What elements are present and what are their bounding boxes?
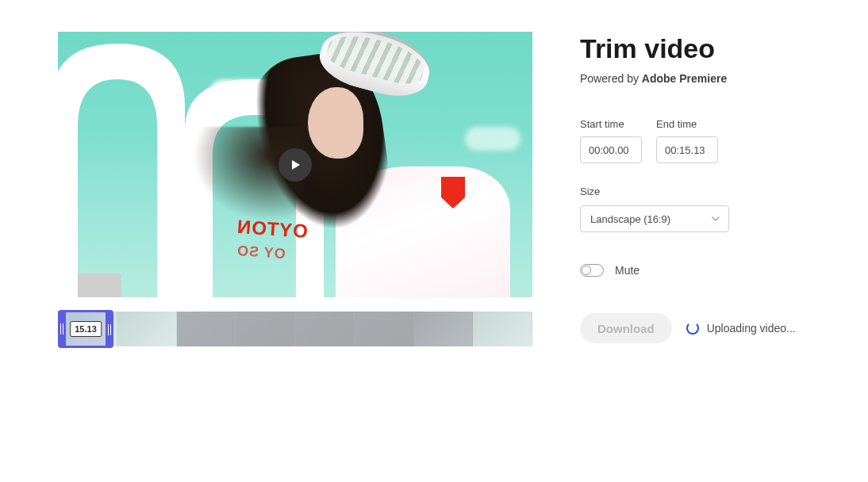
decoration bbox=[465, 127, 520, 151]
upload-status-text: Uploading video... bbox=[707, 322, 796, 335]
subtitle-brand: Adobe Premiere bbox=[642, 72, 727, 85]
trim-duration-badge: 15.13 bbox=[70, 321, 102, 337]
timeline-thumb bbox=[295, 312, 355, 346]
trim-handle-end[interactable] bbox=[106, 312, 113, 346]
jacket-graphic-subtext: OY SO bbox=[236, 243, 286, 262]
timeline-thumb bbox=[177, 312, 236, 346]
page-subtitle: Powered by Adobe Premiere bbox=[580, 72, 820, 85]
size-label: Size bbox=[580, 186, 820, 197]
play-icon bbox=[289, 159, 301, 171]
timeline[interactable]: 15.13 bbox=[58, 312, 532, 346]
timeline-thumb bbox=[473, 312, 532, 346]
timeline-thumb bbox=[117, 312, 177, 346]
trim-selection[interactable]: 15.13 bbox=[58, 310, 113, 348]
timeline-thumbnails bbox=[58, 312, 532, 346]
subtitle-prefix: Powered by bbox=[580, 72, 642, 85]
toggle-knob bbox=[582, 266, 591, 275]
video-preview[interactable]: OYTON OY SO bbox=[58, 32, 532, 297]
mute-toggle[interactable] bbox=[580, 264, 604, 277]
red-marker bbox=[441, 177, 465, 197]
download-button[interactable]: Download bbox=[580, 313, 672, 343]
start-time-label: Start time bbox=[580, 118, 642, 130]
page-title: Trim video bbox=[580, 33, 820, 64]
upload-status: Uploading video... bbox=[686, 322, 796, 335]
start-time-input[interactable] bbox=[580, 136, 642, 163]
chevron-down-icon bbox=[711, 214, 720, 224]
loading-spinner-icon bbox=[686, 322, 699, 335]
timeline-thumb bbox=[414, 312, 474, 346]
trim-handle-start[interactable] bbox=[58, 312, 66, 346]
timeline-thumb bbox=[236, 312, 295, 346]
timeline-thumb bbox=[355, 312, 414, 346]
end-time-label: End time bbox=[656, 118, 718, 130]
size-select-value: Landscape (16:9) bbox=[590, 213, 670, 225]
end-time-input[interactable] bbox=[656, 136, 718, 163]
size-select[interactable]: Landscape (16:9) bbox=[580, 205, 729, 232]
mute-label: Mute bbox=[615, 264, 639, 277]
play-button[interactable] bbox=[278, 148, 312, 182]
